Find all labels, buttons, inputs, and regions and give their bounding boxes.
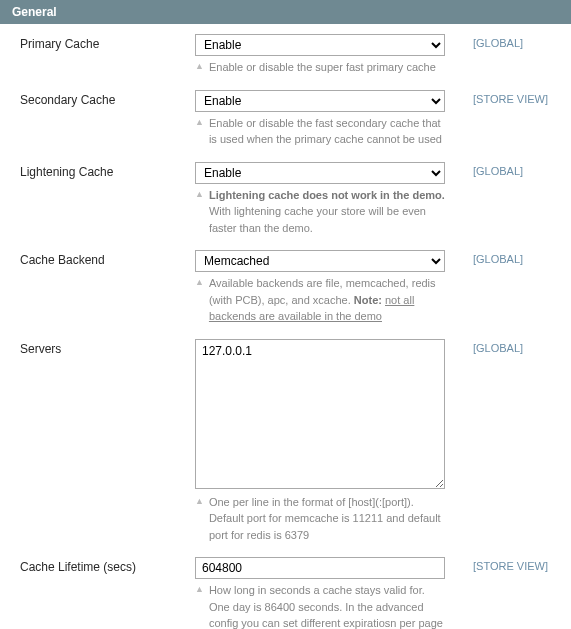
select-cache-backend[interactable]: Memcached	[195, 250, 445, 272]
select-primary-cache[interactable]: Enable	[195, 34, 445, 56]
label-lightening-cache: Lightening Cache	[20, 162, 195, 179]
hint-primary-cache: Enable or disable the super fast primary…	[209, 59, 436, 76]
triangle-icon: ▲	[195, 583, 204, 597]
scope-global: [GLOBAL]	[473, 342, 523, 354]
row-lightening-cache: Lightening Cache Enable ▲ Lightening cac…	[20, 162, 559, 237]
scope-global: [GLOBAL]	[473, 165, 523, 177]
label-cache-lifetime: Cache Lifetime (secs)	[20, 557, 195, 574]
row-primary-cache: Primary Cache Enable ▲ Enable or disable…	[20, 34, 559, 76]
textarea-servers[interactable]: 127.0.0.1	[195, 339, 445, 489]
label-primary-cache: Primary Cache	[20, 34, 195, 51]
hint-servers: One per line in the format of [host](:[p…	[209, 494, 445, 544]
form-body: Primary Cache Enable ▲ Enable or disable…	[0, 24, 571, 629]
row-secondary-cache: Secondary Cache Enable ▲ Enable or disab…	[20, 90, 559, 148]
triangle-icon: ▲	[195, 276, 204, 290]
label-secondary-cache: Secondary Cache	[20, 90, 195, 107]
scope-global: [GLOBAL]	[473, 37, 523, 49]
scope-store-view: [STORE VIEW]	[473, 93, 548, 105]
label-cache-backend: Cache Backend	[20, 250, 195, 267]
label-servers: Servers	[20, 339, 195, 356]
input-cache-lifetime[interactable]	[195, 557, 445, 579]
scope-global: [GLOBAL]	[473, 253, 523, 265]
row-cache-lifetime: Cache Lifetime (secs) ▲ How long in seco…	[20, 557, 559, 629]
hint-cache-lifetime: How long in seconds a cache stays valid …	[209, 582, 445, 629]
section-header[interactable]: General	[0, 0, 571, 24]
triangle-icon: ▲	[195, 188, 204, 202]
select-secondary-cache[interactable]: Enable	[195, 90, 445, 112]
triangle-icon: ▲	[195, 116, 204, 130]
row-servers: Servers 127.0.0.1 ▲ One per line in the …	[20, 339, 559, 544]
scope-store-view: [STORE VIEW]	[473, 560, 548, 572]
hint-secondary-cache: Enable or disable the fast secondary cac…	[209, 115, 445, 148]
hint-cache-backend: Available backends are file, memcached, …	[209, 275, 445, 325]
select-lightening-cache[interactable]: Enable	[195, 162, 445, 184]
section-title: General	[12, 5, 57, 19]
hint-lightening-cache: Lightening cache does not work in the de…	[209, 187, 445, 237]
row-cache-backend: Cache Backend Memcached ▲ Available back…	[20, 250, 559, 325]
triangle-icon: ▲	[195, 60, 204, 74]
triangle-icon: ▲	[195, 495, 204, 509]
